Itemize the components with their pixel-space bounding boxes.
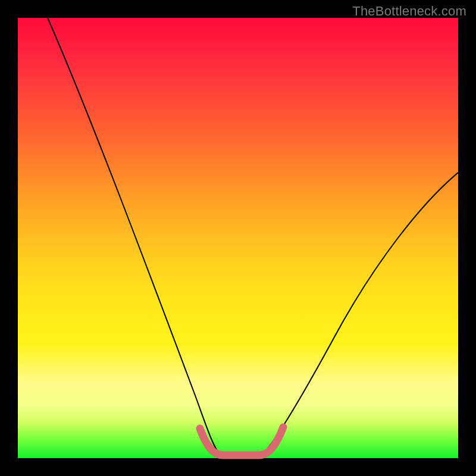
plot-area (18, 18, 458, 458)
bottleneck-curve (48, 18, 458, 455)
chart-frame: TheBottleneck.com (0, 0, 476, 476)
curve-svg (18, 18, 458, 458)
watermark-text: TheBottleneck.com (352, 4, 466, 19)
